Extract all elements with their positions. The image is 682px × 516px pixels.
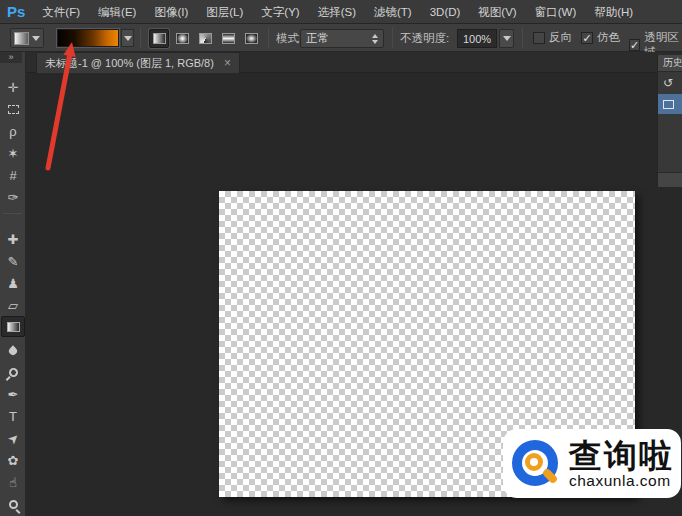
history-panel-tab[interactable]: 历史	[658, 55, 682, 72]
diamond-gradient-icon	[245, 33, 258, 44]
history-panel-footer	[658, 172, 682, 187]
toolbar-divider	[3, 213, 22, 214]
history-brush-icon: ↺	[663, 76, 673, 90]
gradient-icon	[7, 322, 20, 332]
dodge-tool[interactable]	[1, 362, 25, 383]
collapse-toolbar-button[interactable]: »	[0, 52, 22, 63]
menu-help[interactable]: 帮助(H)	[585, 0, 642, 24]
blur-tool[interactable]	[1, 340, 25, 361]
opacity-dropdown-arrow[interactable]	[499, 29, 514, 48]
clone-stamp-tool[interactable]: ♟	[1, 273, 25, 294]
divider	[392, 27, 393, 48]
divider	[268, 27, 269, 48]
menu-type[interactable]: 文字(Y)	[252, 0, 308, 24]
chaxunla-logo-icon	[509, 436, 565, 492]
rectangular-marquee-tool[interactable]	[1, 99, 25, 120]
water-drop-icon	[7, 345, 18, 356]
menu-window[interactable]: 窗口(W)	[526, 0, 586, 24]
document-tab[interactable]: 未标题-1 @ 100% (图层 1, RGB/8) ×	[36, 52, 240, 73]
menu-bar: Ps 文件(F) 编辑(E) 图像(I) 图层(L) 文字(Y) 选择(S) 滤…	[0, 0, 682, 24]
logo-magnifier-lens-icon	[525, 453, 543, 471]
angle-gradient-icon	[199, 33, 212, 44]
chevron-down-icon	[124, 36, 132, 41]
marquee-icon	[8, 105, 19, 114]
reflected-gradient-icon	[222, 33, 235, 44]
chevron-down-icon	[503, 36, 511, 41]
magnifier-icon	[9, 500, 18, 509]
chevron-down-icon	[32, 36, 40, 41]
reflected-gradient-button[interactable]	[218, 29, 238, 48]
blend-mode-select[interactable]: 正常	[300, 29, 384, 48]
tool-options-bar: 模式: 正常 不透明度: 100% 反向 ✓ 仿色 ✓ 透明区域	[0, 24, 682, 52]
menu-3d[interactable]: 3D(D)	[421, 0, 470, 24]
opacity-label: 不透明度:	[400, 31, 449, 46]
menu-layer[interactable]: 图层(L)	[197, 0, 252, 24]
solid-arrow-icon: ➤	[4, 429, 22, 447]
watermark-badge: 查询啦 chaxunla.com	[503, 429, 681, 498]
type-tool[interactable]: T	[1, 406, 25, 427]
snapshot-thumbnail-icon	[663, 100, 674, 109]
dither-checkbox[interactable]: ✓ 仿色	[581, 30, 620, 45]
checkbox-box[interactable]: ✓	[629, 39, 640, 51]
checkbox-box[interactable]: ✓	[581, 32, 593, 44]
opacity-value[interactable]: 100%	[457, 29, 497, 48]
hand-tool[interactable]: ☝	[1, 472, 25, 493]
document-title: 未标题-1 @ 100% (图层 1, RGB/8)	[45, 56, 214, 71]
watermark-title: 查询啦	[569, 439, 674, 472]
tool-preset-picker[interactable]	[10, 28, 44, 48]
gradient-picker-arrow[interactable]	[121, 29, 134, 47]
document-tab-bar: 未标题-1 @ 100% (图层 1, RGB/8) ×	[26, 52, 682, 73]
magic-wand-tool[interactable]: ✶	[1, 143, 25, 164]
move-tool[interactable]: ✛	[1, 77, 25, 98]
tools-panel: » ✛ ρ ✶ # ✑ ✚ ✎ ♟ ▱ ✒ T ➤ ✿ ☝	[0, 52, 26, 516]
mode-label: 模式:	[276, 31, 302, 46]
gradient-preview[interactable]	[57, 29, 119, 47]
healing-brush-tool[interactable]: ✚	[1, 229, 25, 250]
menu-file[interactable]: 文件(F)	[33, 0, 89, 24]
lasso-tool[interactable]: ρ	[1, 121, 25, 142]
eyedropper-tool[interactable]: ✑	[1, 187, 25, 208]
dodge-icon	[7, 366, 20, 379]
crop-tool[interactable]: #	[1, 165, 25, 186]
reverse-checkbox[interactable]: 反向	[533, 30, 572, 45]
checkbox-box[interactable]	[533, 32, 545, 44]
custom-shape-tool[interactable]: ✿	[1, 450, 25, 471]
gradient-tool[interactable]	[1, 316, 25, 337]
close-tab-icon[interactable]: ×	[224, 57, 231, 69]
history-panel: 历史 ↺	[657, 55, 682, 187]
path-selection-tool[interactable]: ➤	[1, 428, 25, 449]
history-state-row-selected[interactable]	[658, 94, 682, 114]
dither-label: 仿色	[597, 30, 620, 45]
zoom-tool[interactable]	[1, 494, 25, 515]
menu-view[interactable]: 视图(V)	[469, 0, 525, 24]
reverse-label: 反向	[549, 30, 572, 45]
watermark-domain: chaxunla.com	[569, 473, 674, 489]
pen-tool[interactable]: ✒	[1, 384, 25, 405]
menu-select[interactable]: 选择(S)	[309, 0, 365, 24]
angle-gradient-button[interactable]	[195, 29, 215, 48]
select-arrows-icon	[372, 34, 378, 44]
diamond-gradient-button[interactable]	[241, 29, 261, 48]
menu-image[interactable]: 图像(I)	[145, 0, 197, 24]
linear-gradient-button[interactable]	[149, 29, 169, 48]
radial-gradient-icon	[176, 33, 189, 44]
brush-tool[interactable]: ✎	[1, 251, 25, 272]
divider	[522, 27, 523, 48]
blend-mode-value: 正常	[306, 31, 329, 46]
menu-filter[interactable]: 滤镜(T)	[365, 0, 421, 24]
radial-gradient-button[interactable]	[172, 29, 192, 48]
gradient-tool-icon	[14, 32, 29, 45]
linear-gradient-icon	[153, 33, 166, 44]
history-brush-row[interactable]: ↺	[658, 72, 682, 94]
divider	[140, 27, 141, 48]
eraser-tool[interactable]: ▱	[1, 295, 25, 316]
menu-edit[interactable]: 编辑(E)	[89, 0, 145, 24]
photoshop-logo: Ps	[0, 3, 33, 20]
